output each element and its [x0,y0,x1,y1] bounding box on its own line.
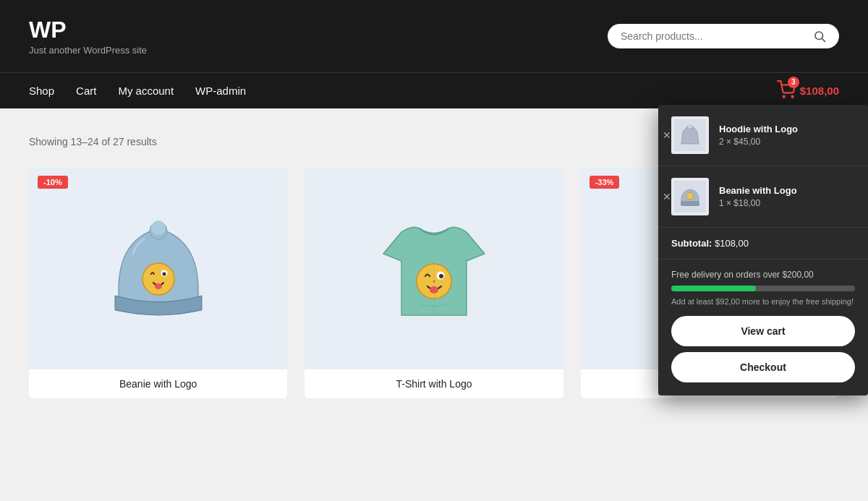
product-card-2[interactable]: T-Shirt with Logo [305,167,563,398]
subtotal-value: $108,00 [715,238,749,249]
search-input[interactable] [621,30,813,42]
product-image-2 [305,167,563,369]
delivery-hint: Add at least $92,00 more to enjoy the fr… [671,297,855,306]
product-badge-1: -10% [38,176,68,189]
svg-point-11 [151,220,166,235]
product-name-2: T-Shirt with Logo [305,369,563,398]
cart-icon-wrap: 3 [777,80,796,102]
product-card-1[interactable]: -10% [29,167,287,398]
cart-subtotal: Subtotal: $108,00 [658,228,868,260]
svg-point-5 [687,124,693,129]
logo-title: WP [29,17,147,43]
cart-total: $108,00 [800,85,839,97]
cart-item-1: ✕ Hoodie with Logo 2 × $45,00 [658,105,868,166]
product-image-1 [29,167,287,369]
search-button[interactable] [813,30,826,43]
cart-item-name-1: Hoodie with Logo [719,124,855,134]
nav-links: Shop Cart My account WP-admin [29,85,246,97]
svg-point-8 [686,192,694,200]
product-badge-3: -33% [590,176,620,189]
search-icon [813,30,826,43]
beanie-illustration [93,189,224,348]
progress-bar-bg [671,286,855,291]
svg-point-19 [439,274,443,278]
cart-buttons: View cart Checkout [658,316,868,395]
nav-bar: Shop Cart My account WP-admin 3 $108,00 [0,72,868,108]
svg-point-2 [783,95,784,97]
svg-rect-7 [681,201,699,206]
svg-point-14 [162,273,166,276]
svg-point-15 [155,283,162,289]
nav-my-account[interactable]: My account [118,85,174,97]
cart-badge: 3 [788,77,799,88]
cart-item-close-1[interactable]: ✕ [663,130,671,140]
subtotal-label: Subtotal: [671,238,712,249]
header: WP Just another WordPress site [0,0,868,72]
beanie-thumbnail [674,181,706,213]
cart-item-info-2: Beanie with Logo 1 × $18,00 [719,185,855,208]
view-cart-button[interactable]: View cart [671,316,855,346]
product-name-1: Beanie with Logo [29,369,287,398]
svg-point-3 [791,95,793,97]
logo-subtitle: Just another WordPress site [29,45,147,56]
cart-item-img-1 [671,116,709,154]
cart-item-price-2: 1 × $18,00 [719,198,855,208]
svg-point-12 [142,263,174,295]
cart-item-price-1: 2 × $45,00 [719,137,855,147]
cart-item-img-2 [671,178,709,215]
tshirt-illustration [369,189,499,348]
delivery-text: Free delivery on orders over $200,00 [671,270,855,280]
nav-shop[interactable]: Shop [29,85,54,97]
checkout-button[interactable]: Checkout [671,352,855,382]
cart-dropdown: ✕ Hoodie with Logo 2 × $45,00 ✕ [658,105,868,395]
cart-delivery: Free delivery on orders over $200,00 Add… [658,260,868,306]
cart-item-info-1: Hoodie with Logo 2 × $45,00 [719,124,855,147]
svg-line-1 [822,38,825,41]
nav-cart[interactable]: Cart [76,85,96,97]
results-count: Showing 13–24 of 27 results [29,136,157,147]
cart-item-close-2[interactable]: ✕ [663,192,671,202]
cart-area[interactable]: 3 $108,00 [777,80,839,102]
logo-area: WP Just another WordPress site [29,17,147,56]
cart-item-2: ✕ Beanie with Logo 1 × $18,00 [658,166,868,228]
search-bar[interactable] [608,24,839,48]
hoodie-thumbnail [674,119,706,151]
nav-wp-admin[interactable]: WP-admin [195,85,246,97]
progress-bar-fill [671,286,756,291]
cart-item-name-2: Beanie with Logo [719,185,855,196]
